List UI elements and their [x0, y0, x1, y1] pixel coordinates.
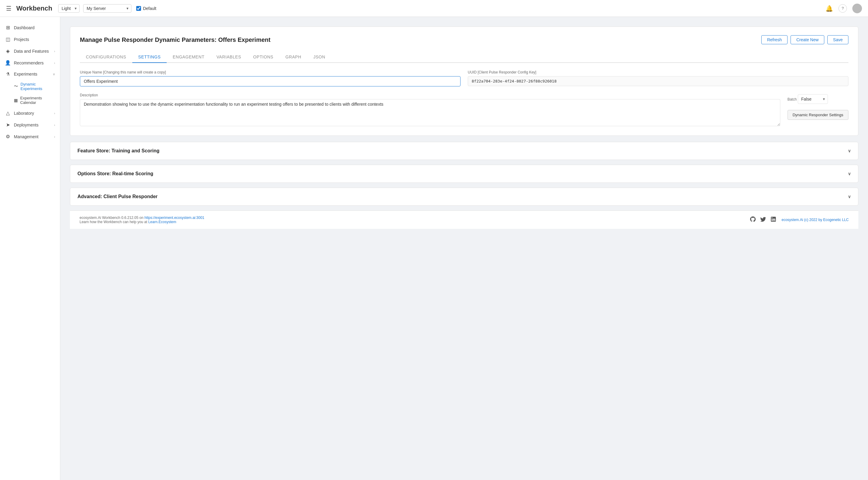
- app-logo: Workbench: [16, 4, 52, 12]
- sidebar-item-data-features[interactable]: ◈ Data and Features ›: [0, 45, 60, 57]
- user-avatar[interactable]: [852, 4, 862, 13]
- deployments-icon: ➤: [5, 122, 11, 128]
- main-content: Manage Pulse Responder Dynamic Parameter…: [60, 17, 868, 480]
- description-group: Description Demonstration showing how to…: [80, 93, 780, 127]
- name-uuid-row: Unique Name [Changing this name will cre…: [80, 70, 848, 87]
- accordion-options-store-title: Options Store: Real-time Scoring: [78, 171, 153, 176]
- sidebar-item-deployments[interactable]: ➤ Deployments ›: [0, 119, 60, 131]
- topnav-right-actions: 🔔 ?: [826, 4, 862, 13]
- server-select[interactable]: My Server: [83, 4, 131, 13]
- help-button[interactable]: ?: [838, 4, 847, 13]
- dashboard-icon: ⊞: [5, 25, 11, 30]
- tab-json[interactable]: JSON: [307, 52, 332, 63]
- footer-copyright-suffix: by Ecogenetic LLC: [818, 218, 849, 222]
- accordion-advanced-title: Advanced: Client Pulse Responder: [78, 194, 158, 199]
- recommenders-icon: 👤: [5, 60, 11, 66]
- description-batch-row: Description Demonstration showing how to…: [80, 93, 848, 127]
- linkedin-icon[interactable]: [770, 216, 777, 224]
- footer-version-label: ecosystem.Ai Workbench 0.6.212.05 on: [80, 216, 144, 220]
- footer-social-links: [749, 216, 777, 224]
- github-icon[interactable]: [749, 216, 756, 224]
- twitter-icon[interactable]: [760, 216, 767, 224]
- sidebar-item-dynamic-experiments[interactable]: 〜 Dynamic Experiments: [14, 79, 60, 93]
- accordion-advanced-header[interactable]: Advanced: Client Pulse Responder ∨: [70, 188, 858, 205]
- sidebar-item-projects[interactable]: ◫ Projects: [0, 33, 60, 45]
- unique-name-input[interactable]: [80, 76, 461, 87]
- unique-name-label: Unique Name [Changing this name will cre…: [80, 70, 461, 74]
- accordion-options-store-header[interactable]: Options Store: Real-time Scoring ∨: [70, 165, 858, 182]
- page-header: Manage Pulse Responder Dynamic Parameter…: [80, 35, 848, 44]
- sidebar-item-dashboard[interactable]: ⊞ Dashboard: [0, 22, 60, 33]
- recommenders-chevron-icon: ›: [54, 61, 55, 65]
- experiments-chevron-icon: ∨: [53, 72, 55, 76]
- sidebar-item-recommenders[interactable]: 👤 Recommenders ›: [0, 57, 60, 69]
- dynamic-experiments-icon: 〜: [14, 84, 18, 89]
- header-actions: Refresh Create New Save: [761, 35, 848, 44]
- tab-settings[interactable]: SETTINGS: [132, 52, 167, 63]
- sidebar-label-experiments: Experiments: [14, 72, 37, 76]
- data-features-icon: ◈: [5, 48, 11, 54]
- notification-bell-button[interactable]: 🔔: [826, 5, 833, 12]
- create-new-button[interactable]: Create New: [790, 35, 824, 44]
- sidebar-label-recommenders: Recommenders: [14, 61, 44, 65]
- dynamic-responder-settings-button[interactable]: Dynamic Responder Settings: [787, 110, 848, 120]
- uuid-group: UUID [Client Pulse Responder Config Key]…: [468, 70, 848, 87]
- accordion-feature-store: Feature Store: Training and Scoring ∨: [70, 142, 858, 160]
- page-title: Manage Pulse Responder Dynamic Parameter…: [80, 36, 761, 43]
- unique-name-group: Unique Name [Changing this name will cre…: [80, 70, 461, 87]
- default-label: Default: [143, 6, 156, 11]
- experiments-calendar-icon: ▦: [14, 98, 18, 103]
- sidebar-label-laboratory: Laboratory: [14, 111, 34, 116]
- batch-select[interactable]: False True: [798, 94, 828, 104]
- laboratory-icon: △: [5, 110, 11, 116]
- accordion-advanced: Advanced: Client Pulse Responder ∨: [70, 187, 858, 206]
- page-footer: ecosystem.Ai Workbench 0.6.212.05 on htt…: [70, 210, 858, 229]
- sidebar-sub-experiments: 〜 Dynamic Experiments ▦ Experiments Cale…: [0, 79, 60, 107]
- footer-version-text: ecosystem.Ai Workbench 0.6.212.05 on htt…: [80, 216, 745, 224]
- tab-options[interactable]: OPTIONS: [247, 52, 279, 63]
- batch-group: Batch False True ▼: [787, 93, 836, 104]
- description-label: Description: [80, 93, 98, 97]
- deployments-chevron-icon: ›: [54, 123, 55, 127]
- tab-configurations[interactable]: CONFIGURATIONS: [80, 52, 132, 63]
- main-layout: ⊞ Dashboard ◫ Projects ◈ Data and Featur…: [0, 17, 868, 480]
- accordion-advanced-chevron-icon: ∨: [848, 194, 851, 199]
- menu-icon[interactable]: ☰: [6, 5, 11, 12]
- top-navbar: ☰ Workbench Light Dark ▼ My Server ▼ Def…: [0, 0, 868, 17]
- footer-learn-link[interactable]: Learn.Ecosystem: [148, 220, 176, 224]
- batch-label: Batch: [787, 97, 797, 101]
- theme-select[interactable]: Light Dark: [58, 4, 80, 13]
- settings-card: Manage Pulse Responder Dynamic Parameter…: [70, 27, 858, 136]
- save-button[interactable]: Save: [827, 35, 848, 44]
- accordion-feature-store-title: Feature Store: Training and Scoring: [78, 148, 159, 153]
- sidebar-item-laboratory[interactable]: △ Laboratory ›: [0, 107, 60, 119]
- accordion-options-store: Options Store: Real-time Scoring ∨: [70, 165, 858, 183]
- accordion-options-store-chevron-icon: ∨: [848, 171, 851, 176]
- refresh-button[interactable]: Refresh: [761, 35, 787, 44]
- sidebar: ⊞ Dashboard ◫ Projects ◈ Data and Featur…: [0, 17, 60, 480]
- management-icon: ⚙: [5, 134, 11, 139]
- sidebar-item-experiments-calendar[interactable]: ▦ Experiments Calendar: [14, 93, 60, 107]
- default-checkbox[interactable]: [136, 6, 141, 11]
- sidebar-label-management: Management: [14, 134, 38, 139]
- tab-variables[interactable]: VARIABLES: [210, 52, 247, 63]
- sidebar-item-experiments[interactable]: ⚗ Experiments ∨: [0, 69, 60, 79]
- tab-graph[interactable]: GRAPH: [279, 52, 307, 63]
- laboratory-chevron-icon: ›: [54, 111, 55, 115]
- experiments-icon: ⚗: [5, 72, 11, 76]
- footer-copyright-link[interactable]: ecosystem.Ai (c) 2022: [781, 218, 817, 222]
- sidebar-label-projects: Projects: [14, 37, 29, 42]
- uuid-label: UUID [Client Pulse Responder Config Key]: [468, 70, 848, 74]
- tab-engagement[interactable]: ENGAGEMENT: [167, 52, 210, 63]
- sidebar-label-data-features: Data and Features: [14, 49, 49, 54]
- uuid-value: 8f22a704-283e-4f24-8027-26f88c926018: [468, 76, 848, 86]
- sidebar-label-dashboard: Dashboard: [14, 25, 35, 30]
- accordion-feature-store-header[interactable]: Feature Store: Training and Scoring ∨: [70, 142, 858, 160]
- footer-learn-label: Learn how the Workbench can help you at: [80, 220, 148, 224]
- projects-icon: ◫: [5, 36, 11, 42]
- footer-copyright: ecosystem.Ai (c) 2022 by Ecogenetic LLC: [781, 218, 849, 222]
- footer-version-link[interactable]: https://experiment.ecosystem.ai:3001: [144, 216, 204, 220]
- description-textarea[interactable]: Demonstration showing how to use the dyn…: [80, 99, 780, 126]
- sidebar-item-management[interactable]: ⚙ Management ›: [0, 131, 60, 142]
- sidebar-label-deployments: Deployments: [14, 123, 38, 127]
